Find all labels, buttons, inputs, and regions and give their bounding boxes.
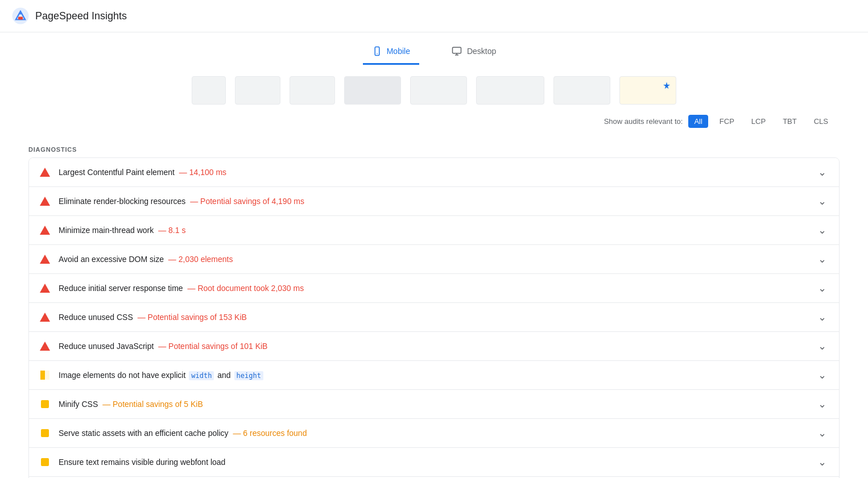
error-icon-unused-js <box>39 340 51 352</box>
audit-row-main-thread[interactable]: Minimize main-thread work — 8.1 s ⌄ <box>29 216 839 245</box>
audit-row-webfont[interactable]: Ensure text remains visible during webfo… <box>29 448 839 477</box>
svg-rect-5 <box>452 47 461 53</box>
filter-label: Show audits relevant to: <box>604 117 683 126</box>
filter-cls[interactable]: CLS <box>808 115 834 128</box>
audit-row-render-blocking[interactable]: Eliminate render-blocking resources — Po… <box>29 187 839 216</box>
audit-row-lcp-element[interactable]: Largest Contentful Paint element — 14,10… <box>29 158 839 187</box>
logo-text: PageSpeed Insights <box>35 10 127 22</box>
chevron-image-dims: ⌄ <box>815 369 829 381</box>
error-icon-render <box>39 196 51 207</box>
filter-fcp[interactable]: FCP <box>714 115 740 128</box>
tab-desktop-label: Desktop <box>467 47 496 56</box>
chevron-dom: ⌄ <box>815 253 829 265</box>
audit-text-server: Reduce initial server response time — Ro… <box>59 284 809 293</box>
audit-text-unused-css: Reduce unused CSS — Potential savings of… <box>59 313 809 322</box>
svg-rect-1 <box>18 17 23 20</box>
chevron-server: ⌄ <box>815 282 829 294</box>
screenshot-thumb-1 <box>192 76 226 105</box>
audit-row-minify-css[interactable]: Minify CSS — Potential savings of 5 KiB … <box>29 390 839 419</box>
chevron-unused-css: ⌄ <box>815 311 829 323</box>
audit-text-minify-css: Minify CSS — Potential savings of 5 KiB <box>59 400 809 409</box>
chevron-webfont: ⌄ <box>815 456 829 468</box>
audit-row-image-dimensions[interactable]: Image elements do not have explicit widt… <box>29 361 839 390</box>
audit-text-webfont: Ensure text remains visible during webfo… <box>59 458 809 467</box>
filter-all[interactable]: All <box>688 115 708 128</box>
chevron-minify-css: ⌄ <box>815 398 829 410</box>
audit-text-lcp: Largest Contentful Paint element — 14,10… <box>59 168 809 177</box>
screenshots-row <box>0 65 868 110</box>
pagespeed-logo-icon <box>11 7 30 25</box>
screenshot-thumb-8 <box>619 76 676 105</box>
audit-text-unused-js: Reduce unused JavaScript — Potential sav… <box>59 342 809 351</box>
audit-list: Largest Contentful Paint element — 14,10… <box>28 157 840 478</box>
audit-row-unused-css[interactable]: Reduce unused CSS — Potential savings of… <box>29 303 839 332</box>
code-height: height <box>234 371 263 380</box>
svg-point-4 <box>377 53 378 55</box>
audit-text-image-dims: Image elements do not have explicit widt… <box>59 371 809 380</box>
filter-lcp[interactable]: LCP <box>746 115 771 128</box>
code-width: width <box>189 371 214 380</box>
audit-text-dom: Avoid an excessive DOM size — 2,030 elem… <box>59 255 809 264</box>
main-content: DIAGNOSTICS Largest Contentful Paint ele… <box>0 137 868 478</box>
tab-desktop[interactable]: Desktop <box>442 41 505 65</box>
audit-text-render: Eliminate render-blocking resources — Po… <box>59 197 809 206</box>
screenshot-thumb-7 <box>553 76 610 105</box>
tabs-container: Mobile Desktop <box>0 32 868 65</box>
chevron-render: ⌄ <box>815 195 829 207</box>
sparkle-icon <box>662 81 671 90</box>
audit-text-cache: Serve static assets with an efficient ca… <box>59 429 809 438</box>
flag-icon-image-dims <box>39 369 51 381</box>
warning-icon-webfont <box>39 456 51 468</box>
error-icon-server <box>39 282 51 294</box>
chevron-unused-js: ⌄ <box>815 340 829 352</box>
audit-text-main-thread: Minimize main-thread work — 8.1 s <box>59 226 809 235</box>
desktop-icon <box>451 46 462 56</box>
error-icon-lcp <box>39 167 51 178</box>
screenshot-thumb-6 <box>476 76 544 105</box>
audit-row-unused-js[interactable]: Reduce unused JavaScript — Potential sav… <box>29 332 839 361</box>
audit-row-dom-size[interactable]: Avoid an excessive DOM size — 2,030 elem… <box>29 245 839 274</box>
audit-row-server-response[interactable]: Reduce initial server response time — Ro… <box>29 274 839 303</box>
warning-icon-minify-css <box>39 398 51 410</box>
filter-tbt[interactable]: TBT <box>777 115 803 128</box>
warning-icon-cache <box>39 427 51 439</box>
audit-row-cache-policy[interactable]: Serve static assets with an efficient ca… <box>29 419 839 448</box>
error-icon-unused-css <box>39 311 51 323</box>
mobile-icon <box>372 46 382 56</box>
screenshot-thumb-4 <box>344 76 401 105</box>
header: PageSpeed Insights <box>0 0 868 32</box>
logo: PageSpeed Insights <box>11 7 127 25</box>
screenshot-thumb-5 <box>410 76 467 105</box>
diagnostics-section-title: DIAGNOSTICS <box>28 137 840 157</box>
chevron-cache: ⌄ <box>815 427 829 439</box>
filter-row: Show audits relevant to: All FCP LCP TBT… <box>0 110 868 137</box>
screenshot-thumb-2 <box>235 76 280 105</box>
tab-mobile[interactable]: Mobile <box>363 41 419 65</box>
chevron-lcp: ⌄ <box>815 166 829 178</box>
chevron-main-thread: ⌄ <box>815 224 829 236</box>
svg-point-2 <box>19 12 22 15</box>
error-icon-main-thread <box>39 225 51 236</box>
tab-mobile-label: Mobile <box>387 47 410 56</box>
screenshot-thumb-3 <box>290 76 335 105</box>
error-icon-dom <box>39 253 51 265</box>
